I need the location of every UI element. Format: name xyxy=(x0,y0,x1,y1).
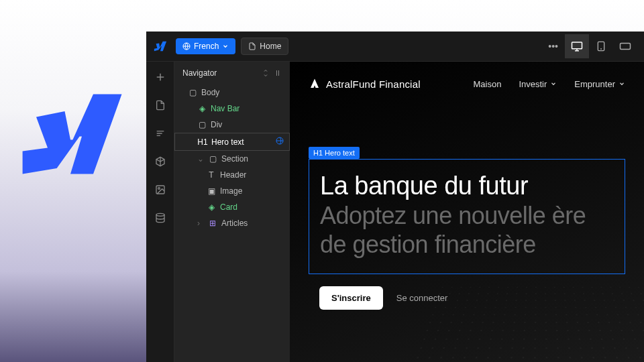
add-element-button[interactable] xyxy=(150,67,170,87)
layers-icon xyxy=(155,128,166,139)
tree-label: Div xyxy=(211,120,222,129)
tree-label: Hero text xyxy=(211,137,244,147)
expand-collapse-icon[interactable] xyxy=(262,69,270,77)
image-icon xyxy=(155,184,166,195)
div-icon: ▢ xyxy=(197,120,207,129)
decorative-dots xyxy=(400,284,644,362)
tree-item-header[interactable]: T Header xyxy=(174,167,290,183)
home-button[interactable]: Home xyxy=(241,38,288,55)
component-icon: ◈ xyxy=(197,104,207,113)
tree-item-navbar[interactable]: ◈ Nav Bar xyxy=(174,101,290,117)
locale-label: French xyxy=(194,42,219,51)
hero-text-selected[interactable]: La banque du futur Adoptez une nouvelle … xyxy=(309,159,625,274)
cms-button[interactable] xyxy=(150,208,170,228)
page-icon xyxy=(248,42,256,50)
nav-label: Emprunter xyxy=(574,79,615,89)
tree-item-hero-text[interactable]: H1 Hero text xyxy=(174,133,290,151)
nav-link-invest[interactable]: Investir xyxy=(519,79,557,89)
components-button[interactable] xyxy=(150,152,170,172)
element-tree: ▢ Body ◈ Nav Bar ▢ Div H1 Hero text xyxy=(174,84,290,362)
design-canvas[interactable]: AstralFund Financial Maison Investir Emp… xyxy=(290,62,644,362)
webflow-background-logo xyxy=(13,87,127,181)
chevron-down-icon xyxy=(619,80,625,87)
chevron-down-icon: ⌄ xyxy=(197,154,204,164)
navigator-title: Navigator xyxy=(182,68,217,78)
tree-item-articles[interactable]: › ⊞ Articles xyxy=(174,215,290,231)
brand-logo-icon xyxy=(309,78,321,90)
home-label: Home xyxy=(260,42,281,51)
tree-label: Nav Bar xyxy=(211,104,239,113)
brand-name: AstralFund Financial xyxy=(326,78,421,90)
nav-label: Investir xyxy=(519,79,547,89)
pages-button[interactable] xyxy=(150,95,170,115)
locale-indicator-icon xyxy=(276,137,284,147)
svg-rect-1 xyxy=(572,42,582,49)
mobile-landscape-icon xyxy=(619,42,631,50)
text-icon: T xyxy=(207,170,216,180)
tree-item-div[interactable]: ▢ Div xyxy=(174,117,290,133)
signup-button[interactable]: S'inscrire xyxy=(319,286,383,310)
assets-button[interactable] xyxy=(150,180,170,200)
hero-subtitle: Adoptez une nouvelle ère de gestion fina… xyxy=(320,201,614,259)
tree-label: Card xyxy=(220,202,237,212)
selection-tag[interactable]: H1 Hero text xyxy=(309,147,360,159)
device-desktop-button[interactable] xyxy=(565,34,589,58)
tree-item-image[interactable]: ▣ Image xyxy=(174,183,290,199)
chevron-down-icon xyxy=(222,43,229,50)
heading-icon: H1 xyxy=(198,137,207,147)
hero-title: La banque du futur xyxy=(320,172,614,201)
nav-link-home[interactable]: Maison xyxy=(473,79,501,89)
site-navbar: AstralFund Financial Maison Investir Emp… xyxy=(290,62,644,106)
body-icon: ▢ xyxy=(188,88,197,97)
globe-icon xyxy=(182,42,191,50)
svg-point-7 xyxy=(156,213,164,216)
webflow-logo-icon[interactable] xyxy=(153,39,168,54)
left-toolbar xyxy=(146,62,174,362)
desktop-icon xyxy=(571,40,583,52)
box-icon xyxy=(155,156,166,167)
svg-rect-4 xyxy=(621,44,631,50)
tree-label: Articles xyxy=(221,219,248,228)
chevron-down-icon xyxy=(550,80,557,87)
section-icon: ▢ xyxy=(208,154,217,164)
svg-point-6 xyxy=(158,188,160,190)
tree-label: Section xyxy=(221,154,248,164)
device-mobile-landscape-button[interactable] xyxy=(613,34,637,58)
device-tablet-button[interactable] xyxy=(589,34,613,58)
tree-label: Header xyxy=(220,170,246,180)
component-icon: ◈ xyxy=(207,202,216,212)
tablet-icon xyxy=(596,41,606,52)
navigator-panel: Navigator ▢ Body ◈ Nav Bar ▢ Div xyxy=(174,62,290,362)
pin-icon[interactable] xyxy=(274,69,282,77)
svg-point-3 xyxy=(601,49,602,50)
tree-item-card[interactable]: ◈ Card xyxy=(174,199,290,215)
nav-link-borrow[interactable]: Emprunter xyxy=(574,79,625,89)
navigator-button[interactable] xyxy=(150,123,170,143)
plus-icon xyxy=(154,71,166,83)
page-icon xyxy=(155,100,166,111)
chevron-right-icon: › xyxy=(197,219,204,228)
tree-item-section[interactable]: ⌄ ▢ Section xyxy=(174,151,290,167)
image-icon: ▣ xyxy=(207,186,216,196)
topbar: French Home ••• xyxy=(146,32,644,62)
dots-icon: ••• xyxy=(548,41,558,52)
more-menu-button[interactable]: ••• xyxy=(541,37,565,56)
brand[interactable]: AstralFund Financial xyxy=(309,78,457,90)
tree-label: Image xyxy=(220,186,242,196)
nav-label: Maison xyxy=(473,79,501,89)
tree-label: Body xyxy=(201,88,219,97)
tree-item-body[interactable]: ▢ Body xyxy=(174,84,290,101)
collection-icon: ⊞ xyxy=(208,219,217,228)
locale-selector[interactable]: French xyxy=(176,38,235,54)
database-icon xyxy=(155,213,166,223)
app-window: French Home ••• xyxy=(146,32,644,362)
